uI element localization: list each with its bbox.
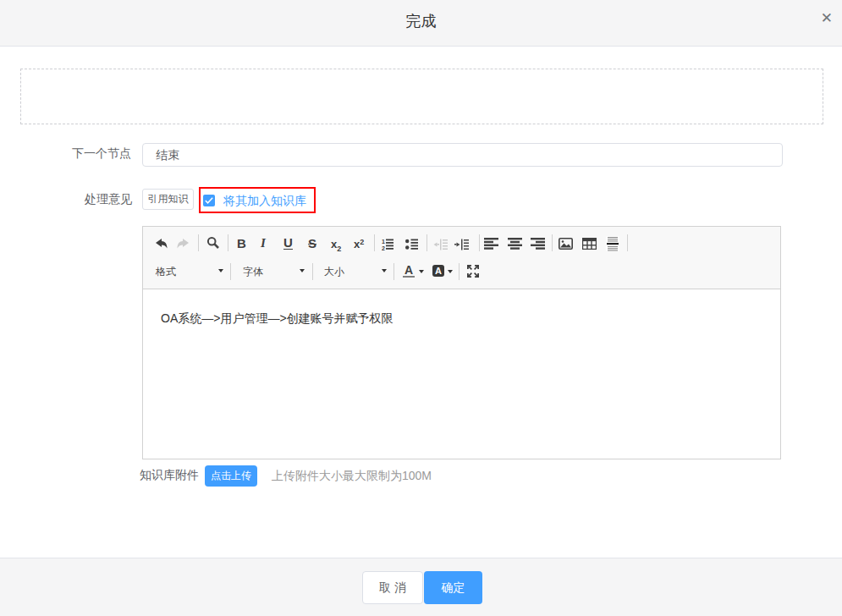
svg-text:1: 1 [382,239,385,245]
svg-text:2: 2 [382,245,385,250]
